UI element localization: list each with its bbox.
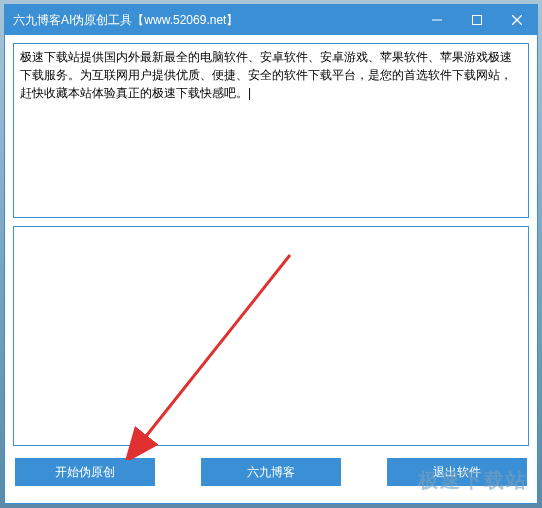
titlebar: 六九博客AI伪原创工具【www.52069.net】 (5, 5, 537, 35)
window-title: 六九博客AI伪原创工具【www.52069.net】 (13, 12, 238, 29)
close-button[interactable] (497, 5, 537, 35)
app-window: 六九博客AI伪原创工具【www.52069.net】 极速下载站提供国内外最新最… (4, 4, 538, 504)
window-controls (417, 5, 537, 35)
input-textarea[interactable]: 极速下载站提供国内外最新最全的电脑软件、安卓软件、安卓游戏、苹果软件、苹果游戏极… (13, 43, 529, 218)
minimize-icon (432, 15, 442, 25)
close-icon (512, 15, 522, 25)
output-textarea[interactable] (13, 226, 529, 446)
maximize-icon (472, 15, 482, 25)
svg-rect-1 (473, 16, 482, 25)
content-area: 极速下载站提供国内外最新最全的电脑软件、安卓软件、安卓游戏、苹果软件、苹果游戏极… (5, 35, 537, 503)
button-row: 开始伪原创 六九博客 退出软件 (13, 454, 529, 494)
exit-button[interactable]: 退出软件 (387, 458, 527, 486)
minimize-button[interactable] (417, 5, 457, 35)
start-button[interactable]: 开始伪原创 (15, 458, 155, 486)
maximize-button[interactable] (457, 5, 497, 35)
blog-button[interactable]: 六九博客 (201, 458, 341, 486)
